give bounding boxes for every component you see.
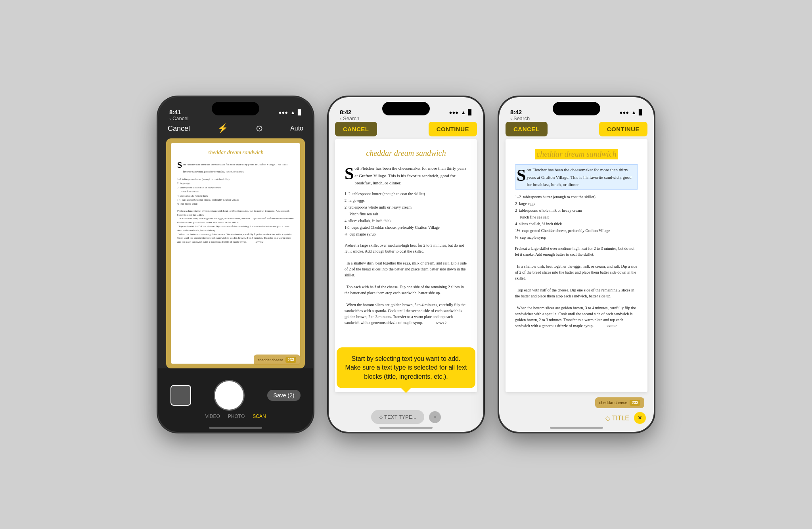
- scan-bottom-bar-2: ◇ TEXT TYPE... ×: [329, 410, 483, 424]
- time-3: 8:42: [510, 109, 522, 115]
- mode-video[interactable]: VIDEO: [205, 414, 220, 419]
- home-indicator-2: [379, 427, 433, 429]
- close-button-3[interactable]: ×: [634, 412, 646, 424]
- auto-label[interactable]: Auto: [290, 125, 303, 132]
- badge-num-3: 233: [630, 400, 640, 406]
- flash-icon[interactable]: ⚡: [217, 123, 228, 134]
- wifi-icon-2: ▲: [461, 109, 466, 115]
- recipe-title-3: cheddar dream sandwich: [536, 150, 616, 158]
- battery-icon-3: ▊: [639, 109, 643, 115]
- recipe-paper-cam: cheddar dream sandwich S ott Fletcher ha…: [171, 143, 300, 364]
- tooltip-box: Start by selecting text you want to add.…: [337, 347, 475, 388]
- cheese-badge-inner-cam: cheddar cheese 233: [254, 355, 300, 365]
- phone-scan-empty: 8:42 ●●● ▲ ▊ ‹ Search CANCEL CONTINUE: [329, 97, 483, 432]
- cheese-badge-3: cheddar cheese 233: [595, 397, 644, 408]
- scan-nav-3: CANCEL CONTINUE: [499, 119, 654, 139]
- phone-camera: 8:41 ●●● ▲ ▊ ‹ Cancel Cancel ⚡ ⊙ Auto: [158, 97, 313, 432]
- scan-document-inner-3: cheddar dream sandwich S ott Fletcher ha…: [506, 139, 647, 338]
- intro-2: ott Fletcher has been the cheesemaker fo…: [354, 166, 466, 185]
- continue-button-2[interactable]: CONTINUE: [429, 122, 477, 136]
- intro-cam: ott Fletcher has been the cheesemaker fo…: [183, 163, 287, 173]
- camera-bottom: Save (2) VIDEO PHOTO SCAN: [158, 368, 313, 432]
- cancel-button-2[interactable]: CANCEL: [335, 122, 377, 136]
- close-button-2[interactable]: ×: [429, 411, 441, 423]
- drop-cap-3: S: [517, 167, 526, 184]
- save-badge[interactable]: Save (2): [267, 392, 301, 399]
- camera-nav: Cancel ⚡ ⊙ Auto: [158, 119, 313, 138]
- shutter-row: Save (2): [158, 381, 313, 410]
- status-icons-3: ●●● ▲ ▊: [620, 109, 643, 115]
- text-type-button[interactable]: ◇ TEXT TYPE...: [371, 410, 425, 424]
- mode-scan[interactable]: SCAN: [253, 414, 266, 419]
- camera-mode-row: VIDEO PHOTO SCAN: [205, 414, 266, 419]
- phone1-screen: 8:41 ●●● ▲ ▊ ‹ Cancel Cancel ⚡ ⊙ Auto: [158, 97, 313, 432]
- status-icons-2: ●●● ▲ ▊: [449, 109, 472, 115]
- cheese-badge-inner-3: cheddar cheese 233: [595, 397, 644, 408]
- ingredients-2: 1–2 tablespoons butter (enough to coat t…: [345, 190, 467, 238]
- wifi-icon-1: ▲: [290, 109, 295, 115]
- scan-document-3: cheddar dream sandwich S ott Fletcher ha…: [506, 139, 647, 392]
- dynamic-island-2: [382, 102, 430, 115]
- continue-button-3[interactable]: CONTINUE: [599, 122, 647, 136]
- drop-cap-cam: S: [177, 161, 182, 169]
- recipe-title-highlighted[interactable]: cheddar dream sandwich: [515, 149, 638, 159]
- home-indicator-1: [209, 427, 262, 429]
- title-label: ◇ TITLE: [605, 414, 629, 422]
- time-2: 8:42: [340, 109, 351, 115]
- signal-icon-2: ●●●: [449, 109, 459, 115]
- time-1: 8:41: [169, 109, 181, 115]
- phones-container: 8:41 ●●● ▲ ▊ ‹ Cancel Cancel ⚡ ⊙ Auto: [158, 97, 654, 432]
- phone2-screen: 8:42 ●●● ▲ ▊ ‹ Search CANCEL CONTINUE: [329, 97, 483, 432]
- battery-icon-1: ▊: [298, 109, 302, 115]
- scan-nav-2: CANCEL CONTINUE: [329, 119, 483, 139]
- body-cam: Preheat a large skillet over medium-high…: [177, 209, 294, 244]
- recipe-title-2: cheddar dream sandwich: [345, 149, 467, 158]
- tooltip-text: Start by selecting text you want to add.…: [345, 355, 467, 380]
- ingredients-3: 1–2 tablespoons butter (enough to coat t…: [515, 194, 638, 241]
- cheese-label-cam: cheddar cheese: [258, 358, 283, 362]
- shutter-button[interactable]: [215, 381, 243, 410]
- body-3: Preheat a large skillet over medium-high…: [515, 245, 638, 329]
- wifi-icon-3: ▲: [631, 109, 636, 115]
- cancel-button-3[interactable]: CANCEL: [506, 122, 548, 136]
- badge-num-cam: 233: [285, 357, 296, 363]
- signal-icon-1: ●●●: [279, 109, 288, 115]
- phone3-bottom-bar: ◇ TITLE ×: [499, 412, 654, 424]
- close-icon-3: ×: [638, 414, 642, 422]
- lens-icon[interactable]: ⊙: [256, 123, 263, 134]
- phone3-screen: 8:42 ●●● ▲ ▊ ‹ Search CANCEL CONTINUE: [499, 97, 654, 432]
- status-icons-1: ●●● ▲ ▊: [279, 109, 302, 115]
- photo-thumbnail[interactable]: [170, 385, 191, 406]
- body-2: Preheat a large skillet over medium-high…: [345, 242, 467, 326]
- mode-photo[interactable]: PHOTO: [228, 414, 245, 419]
- close-icon-2: ×: [433, 414, 437, 421]
- scan-document-inner-2: cheddar dream sandwich S ott Fletcher ha…: [335, 139, 477, 335]
- dynamic-island: [212, 102, 259, 115]
- intro-selected-block[interactable]: S ott Fletcher has been the cheesemaker …: [515, 164, 638, 190]
- cheese-label-3: cheddar cheese: [599, 401, 627, 405]
- recipe-title-cam: cheddar dream sandwich: [177, 150, 294, 156]
- cancel-label-cam[interactable]: Cancel: [168, 125, 190, 133]
- text-type-label: ◇ TEXT TYPE...: [379, 414, 417, 420]
- drop-cap-2: S: [345, 165, 354, 182]
- signal-icon-3: ●●●: [620, 109, 629, 115]
- battery-icon-2: ▊: [468, 109, 472, 115]
- home-indicator-3: [550, 427, 603, 429]
- save-label: Save (2): [267, 390, 301, 401]
- ingredients-cam: 1–2 tablespoons butter (enough to coat t…: [177, 177, 294, 206]
- phone-scan-selected: 8:42 ●●● ▲ ▊ ‹ Search CANCEL CONTINUE: [499, 97, 654, 432]
- camera-viewfinder: cheddar dream sandwich S ott Fletcher ha…: [166, 138, 305, 368]
- intro-3: ott Fletcher has been the cheesemaker fo…: [527, 167, 631, 187]
- title-highlight: cheddar dream sandwich: [535, 149, 618, 159]
- dynamic-island-3: [553, 102, 600, 115]
- cheese-badge-cam: cheddar cheese 233: [254, 355, 300, 365]
- title-type-button[interactable]: ◇ TITLE: [605, 414, 629, 422]
